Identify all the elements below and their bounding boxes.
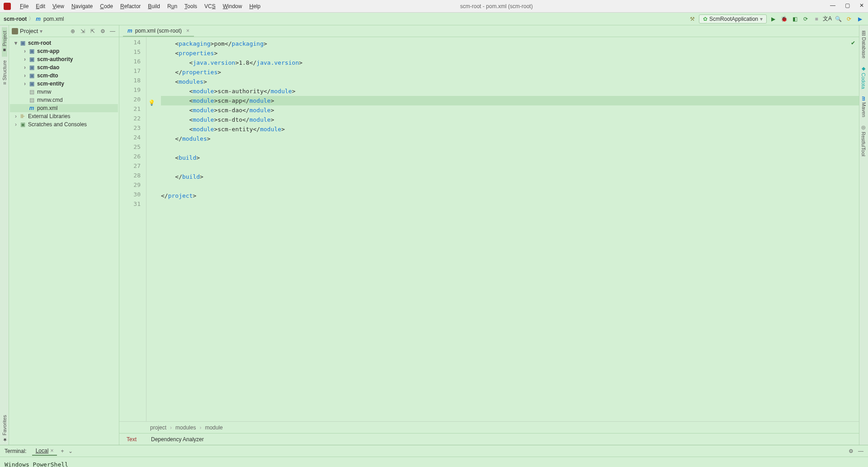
maven-file-icon: m: [127, 28, 132, 34]
main-area: ■ Project ≡ Structure Project ▾ ⊕ ⇲ ⇱ ⚙ …: [0, 25, 868, 445]
menu-vcs[interactable]: VCS: [201, 3, 219, 10]
nav-bar: scm-root 〉 m pom.xml ⚒ ✿ ScmRootApplicat…: [0, 13, 868, 25]
build-icon[interactable]: ⚒: [688, 14, 697, 24]
menu-help[interactable]: Help: [245, 3, 264, 10]
tree-node-entity[interactable]: ›▣scm-entity: [10, 80, 118, 88]
spring-boot-icon: ✿: [703, 16, 708, 22]
code-content[interactable]: <packaging>pom</packaging> <properties> …: [157, 37, 859, 421]
terminal-tab-local[interactable]: Local ×: [32, 447, 57, 456]
run-config-selector[interactable]: ✿ ScmRootApplication ▾: [699, 14, 767, 24]
run-icon[interactable]: ▶: [769, 14, 778, 24]
menu-bar: FFileile Edit View Navigate Code Refacto…: [0, 0, 868, 13]
search-icon[interactable]: 🔍: [834, 14, 843, 24]
editor-subtabs: Text Dependency Analyzer: [119, 433, 859, 445]
tool-favorites[interactable]: ★ Favorites: [0, 412, 8, 445]
editor-area: m pom.xml (scm-root) × 14151617181920212…: [119, 25, 859, 445]
tool-structure[interactable]: ≡ Structure: [2, 57, 7, 88]
editor-tab-label: pom.xml (scm-root): [135, 28, 182, 34]
sync-icon[interactable]: ⟳: [844, 14, 854, 24]
subtab-dependency[interactable]: Dependency Analyzer: [144, 434, 211, 444]
line-gutter: 141516171819202122232425262728293031: [119, 37, 146, 421]
maven-file-icon: m: [36, 16, 41, 22]
window-title: scm-root - pom.xml (scm-root): [264, 3, 864, 10]
menu-file[interactable]: FFileile: [16, 3, 32, 10]
hide-icon[interactable]: —: [858, 448, 863, 454]
tree-node-ext-libs[interactable]: ›⊪External Libraries: [10, 112, 118, 120]
chevron-down-icon: ▾: [760, 16, 763, 22]
tool-restful[interactable]: ◎ RestfulTool: [861, 121, 867, 160]
subtab-text[interactable]: Text: [119, 434, 144, 444]
translate-icon[interactable]: 文A: [823, 14, 832, 24]
breadcrumb-project[interactable]: scm-root: [4, 16, 27, 22]
tree-node-scratches[interactable]: ›▣Scratches and Consoles: [10, 120, 118, 129]
right-tool-strip: 🗄 Database ◆ Codota m Maven ◎ RestfulToo…: [859, 25, 868, 445]
folder-icon: [12, 28, 18, 34]
project-tree[interactable]: ▾▣scm-root ›▣scm-app ›▣scm-authority ›▣s…: [9, 37, 119, 130]
menu-code[interactable]: Code: [96, 3, 117, 10]
stop-icon[interactable]: ■: [812, 14, 821, 24]
gear-icon[interactable]: ⚙: [849, 448, 854, 454]
expand-icon[interactable]: ⇲: [79, 28, 86, 35]
tree-node-pom[interactable]: mpom.xml: [10, 104, 118, 112]
editor-tabs: m pom.xml (scm-root) ×: [119, 25, 859, 37]
tool-codota[interactable]: ◆ Codota: [861, 62, 867, 93]
tree-node-root[interactable]: ▾▣scm-root: [10, 39, 118, 47]
menu-refactor[interactable]: Refactor: [117, 3, 144, 10]
chevron-down-icon[interactable]: ⌄: [68, 448, 73, 454]
close-tab-icon[interactable]: ×: [186, 28, 189, 34]
tree-node-mvnwcmd[interactable]: ▤mvnw.cmd: [10, 96, 118, 104]
left-tool-strip: ■ Project ≡ Structure: [0, 25, 9, 445]
app-logo-icon: [4, 3, 11, 10]
hide-icon[interactable]: —: [109, 28, 116, 35]
tree-node-authority[interactable]: ›▣scm-authority: [10, 55, 118, 63]
inspection-ok-icon[interactable]: ✔: [851, 40, 855, 46]
bulb-icon[interactable]: 💡: [148, 100, 155, 106]
trail-module[interactable]: module: [205, 424, 222, 431]
menu-run[interactable]: Run: [164, 3, 181, 10]
close-icon[interactable]: ✕: [859, 3, 864, 8]
tool-database[interactable]: 🗄 Database: [861, 27, 867, 62]
trail-modules[interactable]: modules: [175, 424, 196, 431]
editor-tab-pom[interactable]: m pom.xml (scm-root) ×: [123, 26, 194, 37]
gear-icon[interactable]: ⚙: [99, 28, 106, 35]
project-panel-header: Project ▾ ⊕ ⇲ ⇱ ⚙ —: [9, 25, 119, 37]
maximize-icon[interactable]: ▢: [844, 3, 850, 8]
breadcrumb: scm-root 〉 m pom.xml: [4, 15, 64, 23]
breadcrumb-file[interactable]: pom.xml: [43, 16, 64, 22]
editor-body[interactable]: 141516171819202122232425262728293031 💡 <…: [119, 37, 859, 421]
tool-maven[interactable]: m Maven: [861, 93, 867, 121]
editor-breadcrumb: project › modules › module: [119, 421, 859, 433]
terminal-title: Terminal:: [5, 448, 27, 454]
run-config-label: ScmRootApplication: [709, 16, 758, 22]
menu-edit[interactable]: Edit: [32, 3, 49, 10]
add-terminal-icon[interactable]: +: [61, 448, 64, 454]
terminal-body[interactable]: Windows PowerShell 版权所有 (C) Microsoft Co…: [0, 457, 868, 467]
terminal-header: Terminal: Local × + ⌄ ⚙ —: [0, 445, 868, 457]
menu-build[interactable]: Build: [144, 3, 164, 10]
chevron-right-icon: ›: [170, 424, 172, 431]
menu-navigate[interactable]: Navigate: [68, 3, 96, 10]
menu-tools[interactable]: Tools: [181, 3, 201, 10]
tree-node-app[interactable]: ›▣scm-app: [10, 47, 118, 55]
coverage-icon[interactable]: ◧: [790, 14, 799, 24]
gutter-marks: 💡: [146, 37, 157, 421]
chevron-down-icon[interactable]: ▾: [40, 28, 42, 34]
locate-icon[interactable]: ⊕: [69, 28, 76, 35]
menu-view[interactable]: View: [49, 3, 68, 10]
profile-icon[interactable]: ⟳: [801, 14, 810, 24]
minimize-icon[interactable]: —: [830, 3, 835, 8]
terminal-panel: Terminal: Local × + ⌄ ⚙ — Windows PowerS…: [0, 445, 868, 467]
collapse-icon[interactable]: ⇱: [89, 28, 96, 35]
trail-project[interactable]: project: [150, 424, 166, 431]
tree-node-dto[interactable]: ›▣scm-dto: [10, 71, 118, 80]
project-panel-title[interactable]: Project: [20, 28, 38, 34]
tree-node-dao[interactable]: ›▣scm-dao: [10, 63, 118, 71]
menu-window[interactable]: Window: [219, 3, 246, 10]
play-alt-icon[interactable]: ▶: [855, 14, 864, 24]
tree-node-mvnw[interactable]: ▤mvnw: [10, 88, 118, 96]
debug-icon[interactable]: 🐞: [779, 14, 788, 24]
close-tab-icon[interactable]: ×: [50, 448, 53, 454]
terminal-line: Windows PowerShell: [5, 460, 863, 467]
tool-project[interactable]: ■ Project: [2, 27, 7, 57]
project-panel: Project ▾ ⊕ ⇲ ⇱ ⚙ — ▾▣scm-root ›▣scm-app…: [9, 25, 119, 445]
